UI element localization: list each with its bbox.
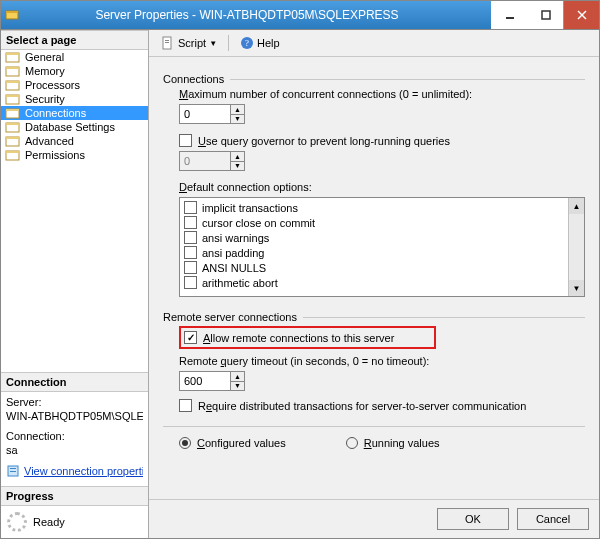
page-connections[interactable]: Connections: [1, 106, 148, 120]
page-label: Memory: [25, 65, 65, 77]
page-icon: [5, 51, 21, 63]
governor-cost-spinner: ▲▼: [179, 151, 245, 171]
svg-rect-13: [6, 95, 19, 97]
server-label: Server:: [6, 396, 143, 408]
option-checkbox[interactable]: [184, 201, 197, 214]
use-governor-checkbox[interactable]: [179, 134, 192, 147]
toolbar: Script ▼ ? Help: [149, 30, 599, 57]
option-checkbox[interactable]: [184, 276, 197, 289]
spinner-buttons[interactable]: ▲▼: [230, 105, 244, 123]
page-icon: [5, 135, 21, 147]
page-general[interactable]: General: [1, 50, 148, 64]
option-checkbox[interactable]: [184, 246, 197, 259]
option-label: arithmetic abort: [202, 277, 278, 289]
allow-remote-label: Allow remote connections to this server: [203, 332, 394, 344]
main-area: Connections Maximum number of concurrent…: [149, 57, 599, 499]
help-label: Help: [257, 37, 280, 49]
progress-spinner-icon: [7, 512, 27, 532]
option-label: ANSI NULLS: [202, 262, 266, 274]
page-permissions[interactable]: Permissions: [1, 148, 148, 162]
cancel-button[interactable]: Cancel: [517, 508, 589, 530]
view-connection-properties-link[interactable]: View connection properties: [24, 465, 143, 477]
option-row[interactable]: arithmetic abort: [184, 275, 564, 290]
option-row[interactable]: ANSI NULLS: [184, 260, 564, 275]
window-icon: [1, 8, 23, 22]
option-label: cursor close on commit: [202, 217, 315, 229]
page-processors[interactable]: Processors: [1, 78, 148, 92]
server-value: WIN-ATBHQDTP05M\SQLEXPR: [6, 410, 143, 422]
svg-rect-27: [165, 42, 169, 43]
running-values-radio[interactable]: [346, 437, 358, 449]
progress-header: Progress: [1, 486, 148, 506]
svg-rect-21: [6, 151, 19, 153]
remote-timeout-input[interactable]: [180, 372, 230, 390]
page-label: Database Settings: [25, 121, 115, 133]
page-label: Permissions: [25, 149, 85, 161]
remote-section-header: Remote server connections: [163, 305, 585, 318]
remote-timeout-spinner[interactable]: ▲▼: [179, 371, 245, 391]
remote-timeout-label: Remote query timeout (in seconds, 0 = no…: [179, 355, 585, 367]
window-controls: [491, 1, 599, 29]
page-icon: [5, 149, 21, 161]
allow-remote-checkbox[interactable]: [184, 331, 197, 344]
page-label: Security: [25, 93, 65, 105]
help-icon: ?: [240, 36, 254, 50]
connection-info: Server: WIN-ATBHQDTP05M\SQLEXPR Connecti…: [1, 392, 148, 486]
ok-button[interactable]: OK: [437, 508, 509, 530]
page-icon: [5, 65, 21, 77]
option-label: ansi padding: [202, 247, 264, 259]
configured-values-radio[interactable]: [179, 437, 191, 449]
svg-rect-3: [542, 11, 550, 19]
script-icon: [161, 36, 175, 50]
option-checkbox[interactable]: [184, 216, 197, 229]
page-security[interactable]: Security: [1, 92, 148, 106]
svg-rect-1: [6, 11, 18, 13]
default-options-listbox[interactable]: implicit transactionscursor close on com…: [179, 197, 585, 297]
page-advanced[interactable]: Advanced: [1, 134, 148, 148]
listbox-scrollbar[interactable]: ▲ ▼: [568, 198, 584, 296]
scroll-down-button[interactable]: ▼: [569, 280, 584, 296]
connection-value: sa: [6, 444, 143, 456]
option-row[interactable]: ansi padding: [184, 245, 564, 260]
svg-rect-17: [6, 123, 19, 125]
progress-row: Ready: [1, 506, 148, 538]
svg-rect-24: [10, 471, 16, 472]
minimize-button[interactable]: [491, 1, 527, 29]
close-button[interactable]: [563, 1, 599, 29]
page-icon: [5, 93, 21, 105]
page-label: Advanced: [25, 135, 74, 147]
svg-rect-26: [165, 40, 169, 41]
spinner-buttons[interactable]: ▲▼: [230, 372, 244, 390]
scroll-up-button[interactable]: ▲: [569, 198, 584, 214]
page-icon: [5, 121, 21, 133]
select-page-header: Select a page: [1, 30, 148, 50]
require-distributed-label: Require distributed transactions for ser…: [198, 400, 526, 412]
help-button[interactable]: ? Help: [236, 34, 284, 52]
properties-icon: [6, 464, 20, 478]
toolbar-separator: [228, 35, 229, 51]
left-pane: Select a page GeneralMemoryProcessorsSec…: [1, 30, 149, 538]
max-connections-input[interactable]: [180, 105, 230, 123]
page-memory[interactable]: Memory: [1, 64, 148, 78]
option-checkbox[interactable]: [184, 231, 197, 244]
option-checkbox[interactable]: [184, 261, 197, 274]
script-button[interactable]: Script ▼: [157, 34, 221, 52]
page-icon: [5, 107, 21, 119]
page-label: General: [25, 51, 64, 63]
option-row[interactable]: ansi warnings: [184, 230, 564, 245]
allow-remote-highlight: Allow remote connections to this server: [179, 326, 436, 349]
page-database-settings[interactable]: Database Settings: [1, 120, 148, 134]
page-label: Processors: [25, 79, 80, 91]
maximize-button[interactable]: [527, 1, 563, 29]
max-connections-spinner[interactable]: ▲▼: [179, 104, 245, 124]
spinner-buttons: ▲▼: [230, 152, 244, 170]
option-row[interactable]: cursor close on commit: [184, 215, 564, 230]
svg-rect-15: [6, 109, 19, 111]
svg-rect-19: [6, 137, 19, 139]
title-bar: Server Properties - WIN-ATBHQDTP05M\SQLE…: [1, 1, 599, 29]
option-row[interactable]: implicit transactions: [184, 200, 564, 215]
require-distributed-checkbox[interactable]: [179, 399, 192, 412]
connection-label: Connection:: [6, 430, 143, 442]
option-label: ansi warnings: [202, 232, 269, 244]
svg-rect-23: [10, 468, 16, 469]
